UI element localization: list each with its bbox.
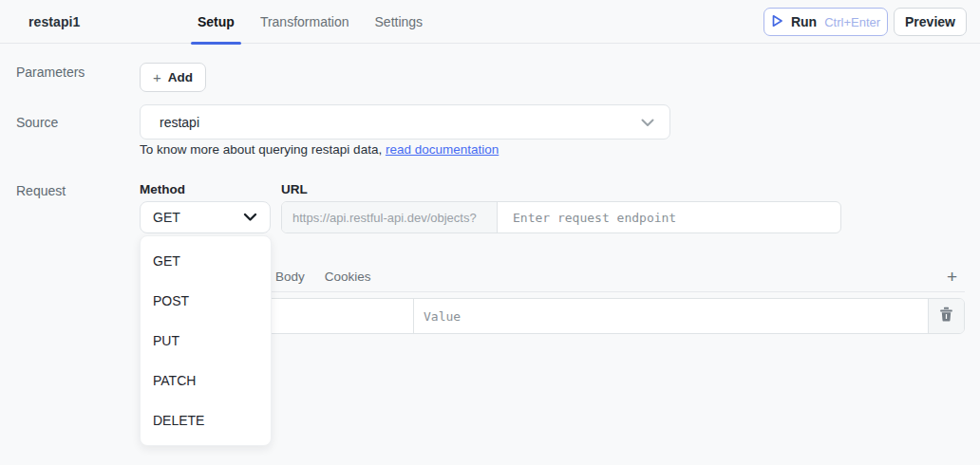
url-field-label: URL — [281, 182, 308, 196]
method-option-post[interactable]: POST — [141, 281, 271, 321]
parameters-section-label: Parameters — [16, 65, 85, 80]
source-section-label: Source — [16, 115, 58, 130]
add-parameter-label: Add — [168, 70, 193, 84]
method-field-label: Method — [140, 182, 185, 196]
method-select-value: GET — [153, 210, 243, 225]
read-documentation-link[interactable]: read documentation — [386, 142, 499, 157]
query-editor-panel: restapi1 Setup Transformation Settings R… — [0, 0, 980, 465]
tab-setup[interactable]: Setup — [191, 0, 241, 44]
source-select-value: restapi — [160, 115, 641, 130]
subtab-body[interactable]: Body — [275, 270, 305, 284]
tab-settings[interactable]: Settings — [368, 0, 430, 44]
value-input[interactable] — [414, 299, 928, 333]
delete-row-button[interactable] — [928, 299, 964, 333]
header-tab-group: Setup Transformation Settings — [191, 0, 429, 44]
url-endpoint-input[interactable] — [498, 202, 840, 232]
method-option-patch[interactable]: PATCH — [141, 361, 271, 400]
source-helper-text: To know more about querying restapi data… — [140, 142, 499, 157]
method-dropdown-menu: GET POST PUT PATCH DELETE — [140, 235, 272, 446]
run-button[interactable]: Run Ctrl+Enter — [763, 8, 888, 36]
method-option-get[interactable]: GET — [141, 241, 271, 281]
chevron-down-icon — [243, 209, 257, 226]
query-name[interactable]: restapi1 — [28, 0, 81, 44]
url-base-prefix: https://api.restful-api.dev/objects? — [282, 202, 498, 232]
add-row-button[interactable]: + — [945, 268, 959, 286]
tab-transformation[interactable]: Transformation — [254, 0, 356, 44]
preview-button[interactable]: Preview — [894, 8, 967, 36]
play-icon — [771, 14, 783, 30]
method-option-put[interactable]: PUT — [141, 321, 271, 361]
request-section-label: Request — [16, 183, 66, 198]
method-select[interactable]: GET — [140, 201, 271, 233]
add-parameter-button[interactable]: + Add — [140, 63, 206, 92]
chevron-down-icon — [641, 114, 654, 131]
helper-text: To know more about querying restapi data… — [140, 142, 386, 157]
url-field-group: https://api.restful-api.dev/objects? — [281, 201, 841, 233]
source-select[interactable]: restapi — [140, 104, 670, 140]
query-header-bar: restapi1 Setup Transformation Settings R… — [0, 0, 980, 44]
run-button-label: Run — [791, 14, 817, 29]
run-shortcut-hint: Ctrl+Enter — [824, 15, 880, 29]
subtab-cookies[interactable]: Cookies — [325, 270, 371, 284]
method-option-delete[interactable]: DELETE — [141, 400, 271, 440]
trash-icon — [939, 307, 953, 326]
header-actions: Run Ctrl+Enter Preview — [763, 8, 967, 36]
plus-icon: + — [153, 70, 161, 84]
